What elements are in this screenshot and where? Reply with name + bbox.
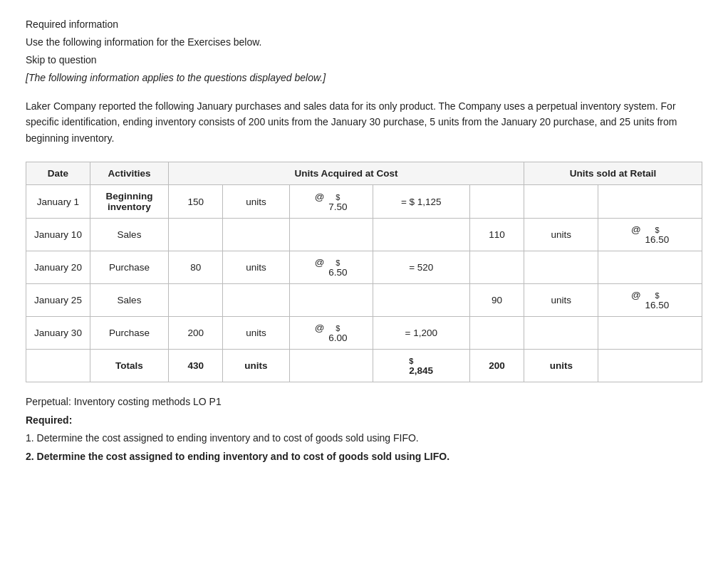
sold-unit: units <box>524 350 598 382</box>
table-row-activity: Totals <box>90 350 169 382</box>
table-row-date: January 1 <box>26 185 90 219</box>
acquired-eq-total: = $ 1,125 <box>373 185 469 219</box>
sold-qty <box>469 251 524 284</box>
table-row-date: January 30 <box>26 317 90 350</box>
sold-unit: units <box>524 284 598 317</box>
acquired-price: @ $7.50 <box>289 185 373 219</box>
acquired-qty <box>169 219 223 251</box>
table-row-date: January 20 <box>26 251 90 284</box>
applies-to-questions: [The following information applies to th… <box>26 70 702 85</box>
table-row-activity: Beginninginventory <box>90 185 169 219</box>
sold-unit <box>524 251 598 284</box>
sold-price <box>598 251 702 284</box>
acquired-qty: 430 <box>169 350 223 382</box>
sold-qty <box>469 185 524 219</box>
table-row-activity: Sales <box>90 219 169 251</box>
acquired-unit: units <box>223 185 289 219</box>
acquired-price <box>289 350 373 382</box>
sold-price <box>598 185 702 219</box>
table-row-date: January 10 <box>26 219 90 251</box>
sold-qty: 200 <box>469 350 524 382</box>
acquired-unit: units <box>223 350 289 382</box>
sold-qty: 90 <box>469 284 524 317</box>
table-row-activity: Purchase <box>90 317 169 350</box>
questions-section: 1. Determine the cost assigned to ending… <box>26 430 702 465</box>
method-label: Perpetual: Inventory costing methods LO … <box>26 394 702 409</box>
col-header-sold: Units sold at Retail <box>524 162 702 185</box>
sold-qty: 110 <box>469 219 524 251</box>
table-row-date <box>26 350 90 382</box>
question-1: 1. Determine the cost assigned to ending… <box>26 430 702 446</box>
acquired-qty: 150 <box>169 185 223 219</box>
acquired-unit <box>223 284 289 317</box>
acquired-price: @ $6.50 <box>289 251 373 284</box>
required-label: Required: <box>26 414 702 426</box>
acquired-eq-total <box>373 284 469 317</box>
acquired-eq-total: = 1,200 <box>373 317 469 350</box>
col-header-acquired: Units Acquired at Cost <box>169 162 524 185</box>
acquired-qty: 200 <box>169 317 223 350</box>
inventory-table: Date Activities Units Acquired at Cost U… <box>26 162 702 382</box>
acquired-unit: units <box>223 317 289 350</box>
question-2: 2. Determine the cost assigned to ending… <box>26 449 702 464</box>
table-row-activity: Purchase <box>90 251 169 284</box>
sold-price: @ $16.50 <box>598 284 702 317</box>
use-info-line: Use the following information for the Ex… <box>26 35 702 50</box>
col-header-activities: Activities <box>90 162 169 185</box>
skip-to-question: Skip to question <box>26 53 702 68</box>
acquired-qty: 80 <box>169 251 223 284</box>
required-information-title: Required information <box>26 17 702 32</box>
acquired-qty <box>169 284 223 317</box>
acquired-price <box>289 284 373 317</box>
sold-qty <box>469 317 524 350</box>
acquired-eq-total: = 520 <box>373 251 469 284</box>
acquired-unit: units <box>223 251 289 284</box>
sold-price <box>598 317 702 350</box>
sold-price: @ $16.50 <box>598 219 702 251</box>
sold-price <box>598 350 702 382</box>
col-header-date: Date <box>26 162 90 185</box>
table-row-activity: Sales <box>90 284 169 317</box>
acquired-price: @ $6.00 <box>289 317 373 350</box>
acquired-unit <box>223 219 289 251</box>
header-section: Required information Use the following i… <box>26 17 702 85</box>
sold-unit <box>524 317 598 350</box>
acquired-eq-total <box>373 219 469 251</box>
table-row-date: January 25 <box>26 284 90 317</box>
acquired-eq-total: $2,845 <box>373 350 469 382</box>
acquired-price <box>289 219 373 251</box>
description-paragraph: Laker Company reported the following Jan… <box>26 98 702 146</box>
sold-unit: units <box>524 219 598 251</box>
sold-unit <box>524 185 598 219</box>
